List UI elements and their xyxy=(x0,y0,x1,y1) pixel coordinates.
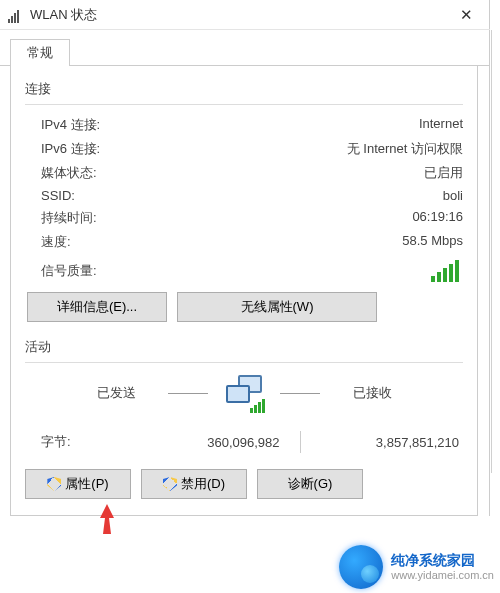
activity-button-row: 属性(P) 禁用(D) 诊断(G) xyxy=(25,469,463,499)
duration-label: 持续时间: xyxy=(41,209,97,227)
bytes-received-value: 3,857,851,210 xyxy=(301,435,464,450)
ipv6-label: IPv6 连接: xyxy=(41,140,100,158)
watermark-logo-icon xyxy=(339,545,383,589)
close-button[interactable]: ✕ xyxy=(446,6,486,24)
activity-diagram: 已发送 已接收 xyxy=(25,373,463,413)
row-ipv6: IPv6 连接: 无 Internet 访问权限 xyxy=(25,137,463,161)
bytes-sent-value: 360,096,982 xyxy=(121,435,300,450)
shield-icon xyxy=(163,477,177,491)
diagnose-button[interactable]: 诊断(G) xyxy=(257,469,363,499)
row-signal: 信号质量: xyxy=(25,254,463,292)
speed-value: 58.5 Mbps xyxy=(402,233,463,251)
bytes-row: 字节: 360,096,982 3,857,851,210 xyxy=(25,421,463,469)
speed-label: 速度: xyxy=(41,233,71,251)
shield-icon xyxy=(47,477,61,491)
general-panel: 连接 IPv4 连接: Internet IPv6 连接: 无 Internet… xyxy=(10,66,478,516)
divider xyxy=(168,393,208,394)
row-ipv4: IPv4 连接: Internet xyxy=(25,113,463,137)
activity-section-title: 活动 xyxy=(25,338,463,356)
watermark: 纯净系统家园 www.yidamei.com.cn xyxy=(339,545,494,589)
disable-button[interactable]: 禁用(D) xyxy=(141,469,247,499)
watermark-name: 纯净系统家园 xyxy=(391,552,494,569)
tab-general[interactable]: 常规 xyxy=(10,39,70,66)
row-duration: 持续时间: 06:19:16 xyxy=(25,206,463,230)
wifi-icon xyxy=(8,7,24,23)
tab-strip: 常规 xyxy=(0,30,489,66)
ipv4-value: Internet xyxy=(419,116,463,134)
signal-label: 信号质量: xyxy=(41,262,97,280)
details-button[interactable]: 详细信息(E)... xyxy=(27,292,167,322)
diagnose-button-label: 诊断(G) xyxy=(288,475,333,493)
divider xyxy=(25,362,463,363)
disable-button-label: 禁用(D) xyxy=(181,475,225,493)
signal-bars-icon xyxy=(431,260,463,282)
ssid-label: SSID: xyxy=(41,188,75,203)
divider xyxy=(25,104,463,105)
properties-button[interactable]: 属性(P) xyxy=(25,469,131,499)
ipv4-label: IPv4 连接: xyxy=(41,116,100,134)
properties-button-label: 属性(P) xyxy=(65,475,108,493)
row-ssid: SSID: boli xyxy=(25,185,463,206)
watermark-url: www.yidamei.com.cn xyxy=(391,569,494,582)
divider xyxy=(280,393,320,394)
connection-button-row: 详细信息(E)... 无线属性(W) xyxy=(25,292,463,322)
connection-section-title: 连接 xyxy=(25,80,463,98)
network-computers-icon xyxy=(220,373,268,413)
media-value: 已启用 xyxy=(424,164,463,182)
bytes-label: 字节: xyxy=(41,433,121,451)
wireless-properties-button[interactable]: 无线属性(W) xyxy=(177,292,377,322)
duration-value: 06:19:16 xyxy=(412,209,463,227)
row-speed: 速度: 58.5 Mbps xyxy=(25,230,463,254)
ipv6-value: 无 Internet 访问权限 xyxy=(347,140,463,158)
divider xyxy=(491,30,492,473)
titlebar: WLAN 状态 ✕ xyxy=(0,0,490,30)
received-label: 已接收 xyxy=(332,384,412,402)
media-label: 媒体状态: xyxy=(41,164,97,182)
row-media: 媒体状态: 已启用 xyxy=(25,161,463,185)
ssid-value: boli xyxy=(443,188,463,203)
window-title: WLAN 状态 xyxy=(30,6,446,24)
sent-label: 已发送 xyxy=(76,384,156,402)
